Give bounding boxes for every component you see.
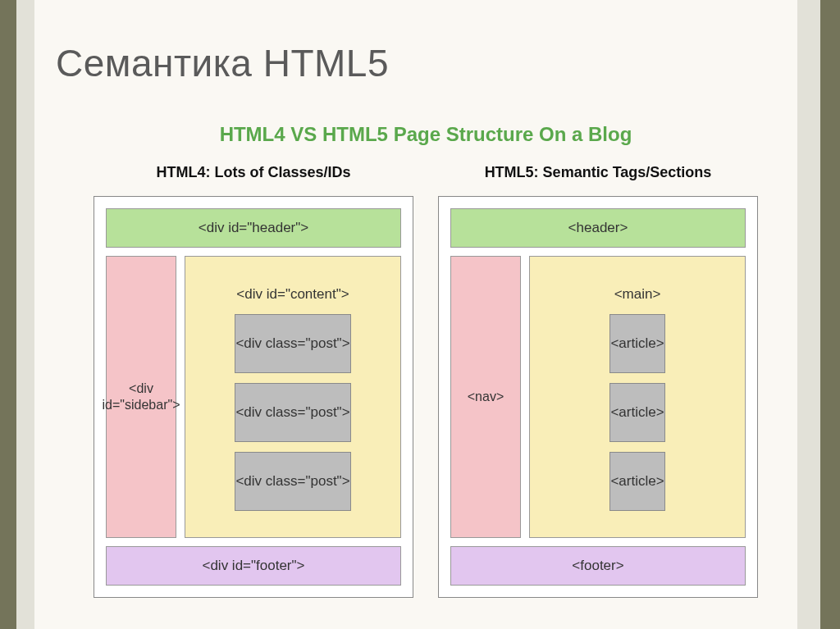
html5-article-3: <article>: [609, 452, 664, 511]
html4-content-label: <div id="content">: [236, 283, 349, 304]
html4-mid-row: <div id="sidebar"> <div id="content"> <d…: [106, 256, 401, 538]
html4-post-2: <div class="post">: [235, 383, 350, 442]
html4-column: HTML4: Lots of Classes/IDs <div id="head…: [94, 164, 413, 598]
html4-heading: HTML4: Lots of Classes/IDs: [94, 164, 413, 181]
panels-row: HTML4: Lots of Classes/IDs <div id="head…: [90, 164, 761, 598]
decoration-band-right-inner: [797, 0, 820, 629]
html4-footer-block: <div id="footer">: [106, 546, 401, 586]
slide-title: Семантика HTML5: [56, 41, 389, 85]
html4-header-block: <div id="header">: [106, 208, 401, 248]
html4-post-1: <div class="post">: [235, 314, 350, 373]
html4-sidebar-block: <div id="sidebar">: [106, 256, 176, 538]
html5-article-2: <article>: [609, 383, 664, 442]
diagram-content: HTML4 VS HTML5 Page Structure On a Blog …: [90, 123, 761, 608]
decoration-band-left-inner: [16, 0, 34, 629]
html5-panel: <header> <nav> <main> <article> <article…: [438, 196, 758, 598]
html4-content-block: <div id="content"> <div class="post"> <d…: [185, 256, 401, 538]
html4-panel: <div id="header"> <div id="sidebar"> <di…: [94, 196, 413, 598]
html5-main-block: <main> <article> <article> <article>: [529, 256, 746, 538]
html5-nav-block: <nav>: [450, 256, 521, 538]
html5-column: HTML5: Semantic Tags/Sections <header> <…: [438, 164, 758, 598]
html5-heading: HTML5: Semantic Tags/Sections: [438, 164, 758, 181]
html5-header-block: <header>: [450, 208, 746, 248]
html4-post-3: <div class="post">: [235, 452, 350, 511]
decoration-band-left-outer: [0, 0, 16, 629]
html5-footer-block: <footer>: [450, 546, 746, 586]
decoration-band-right-outer: [820, 0, 840, 629]
html5-main-label: <main>: [614, 283, 661, 304]
html5-mid-row: <nav> <main> <article> <article> <articl…: [450, 256, 746, 538]
html5-article-1: <article>: [609, 314, 664, 373]
diagram-subtitle: HTML4 VS HTML5 Page Structure On a Blog: [90, 123, 761, 146]
